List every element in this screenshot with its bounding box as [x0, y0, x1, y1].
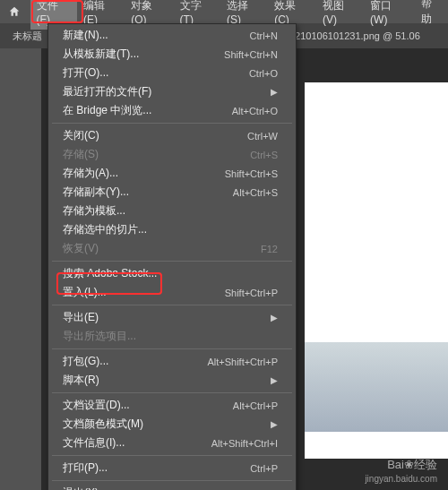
menu-item[interactable]: 存储为模板... — [48, 202, 296, 220]
menu-item[interactable]: 文件信息(I)...Alt+Shift+Ctrl+I — [48, 434, 296, 452]
menu-item[interactable]: 置入(L)...Shift+Ctrl+P — [48, 283, 296, 302]
menu-item-label: 存储为(A)... — [63, 166, 118, 181]
menu-item[interactable]: 导出(E)▶ — [48, 308, 296, 327]
menu-item-label: 存储为模板... — [63, 203, 125, 219]
menu-item-label: 最近打开的文件(F) — [63, 84, 151, 99]
menu-item-label: 搜索 Adobe Stock... — [63, 266, 157, 281]
placed-image — [305, 342, 448, 432]
menu-separator — [52, 480, 292, 481]
document-artboard — [305, 82, 448, 459]
chevron-right-icon: ▶ — [271, 313, 278, 322]
home-icon[interactable] — [5, 3, 23, 21]
menu-item-label: 从模板新建(T)... — [63, 47, 139, 62]
menu-item-shortcut: Shift+Ctrl+P — [225, 288, 278, 298]
menu-item-label: 关闭(C) — [63, 128, 99, 143]
menu-item[interactable]: 打包(G)...Alt+Shift+Ctrl+P — [48, 352, 296, 371]
tab-filename[interactable]: 0210106101231.png @ 51.06 — [282, 27, 427, 45]
menu-item[interactable]: 存储为(A)...Shift+Ctrl+S — [48, 164, 296, 183]
watermark: Bai❀经验 jingyan.baidu.com — [365, 458, 437, 485]
file-menu-dropdown: 新建(N)...Ctrl+N从模板新建(T)...Shift+Ctrl+N打开(… — [47, 23, 297, 490]
menu-view[interactable]: 视图(V) — [316, 0, 364, 30]
chevron-right-icon: ▶ — [271, 419, 278, 429]
menu-item: 存储(S)Ctrl+S — [48, 145, 296, 164]
menu-item[interactable]: 最近打开的文件(F)▶ — [48, 82, 296, 101]
menu-item-label: 脚本(R) — [63, 373, 99, 388]
menu-item[interactable]: 打开(O)...Ctrl+O — [48, 64, 296, 82]
menu-item[interactable]: 存储副本(Y)...Alt+Ctrl+S — [48, 183, 296, 202]
menu-item-label: 打印(P)... — [63, 460, 108, 476]
menu-item-shortcut: Shift+Ctrl+S — [225, 168, 278, 179]
toolbar — [0, 48, 41, 490]
menu-item[interactable]: 新建(N)...Ctrl+N — [48, 26, 296, 45]
watermark-url: jingyan.baidu.com — [365, 473, 437, 485]
menu-item-label: 存储选中的切片... — [63, 222, 147, 237]
menu-separator — [52, 348, 292, 349]
menu-item-shortcut: F12 — [261, 244, 278, 254]
menu-item-label: 置入(L)... — [63, 285, 107, 300]
menu-item-label: 在 Bridge 中浏览... — [63, 103, 151, 118]
menu-separator — [52, 261, 292, 262]
menu-item-label: 打开(O)... — [63, 65, 108, 81]
menubar: 文件(F) 编辑(E) 对象(O) 文字(T) 选择(S) 效果(C) 视图(V… — [0, 0, 448, 23]
menu-item-shortcut: Ctrl+O — [249, 68, 278, 79]
menu-separator — [52, 392, 292, 393]
menu-item-shortcut: Alt+Ctrl+P — [233, 400, 278, 411]
menu-item-shortcut: Shift+Ctrl+N — [224, 49, 278, 60]
menu-item-shortcut: Alt+Shift+Ctrl+I — [211, 438, 278, 449]
menu-item[interactable]: 存储选中的切片... — [48, 220, 296, 239]
menu-item: 恢复(V)F12 — [48, 239, 296, 258]
menu-item-label: 导出所选项目... — [63, 329, 136, 344]
menu-item[interactable]: 打印(P)...Ctrl+P — [48, 459, 296, 477]
menu-item-label: 存储(S) — [63, 147, 99, 162]
menu-separator — [52, 305, 292, 305]
menu-item[interactable]: 关闭(C)Ctrl+W — [48, 126, 296, 145]
menu-item-label: 文件信息(I)... — [63, 435, 125, 451]
menu-item-shortcut: Ctrl+P — [250, 463, 278, 474]
menu-item-label: 打包(G)... — [63, 354, 108, 369]
menu-item[interactable]: 退出(X)Ctrl+Q — [48, 484, 296, 490]
menu-item: 导出所选项目... — [48, 327, 296, 346]
chevron-right-icon: ▶ — [271, 375, 278, 385]
menu-item[interactable]: 文档颜色模式(M)▶ — [48, 415, 296, 434]
menu-item-shortcut: Alt+Ctrl+O — [232, 106, 278, 116]
menu-item-shortcut: Alt+Ctrl+S — [233, 187, 278, 198]
menu-item-shortcut: Alt+Shift+Ctrl+P — [207, 357, 278, 367]
menu-item-label: 新建(N)... — [63, 28, 108, 43]
menu-item-shortcut: Ctrl+N — [250, 30, 278, 41]
menu-item-shortcut: Ctrl+S — [250, 150, 278, 160]
menu-item-shortcut: Ctrl+W — [247, 131, 278, 142]
menu-window[interactable]: 窗口(W) — [364, 0, 414, 30]
menu-item[interactable]: 从模板新建(T)...Shift+Ctrl+N — [48, 45, 296, 64]
menu-item-label: 文档设置(D)... — [63, 398, 130, 413]
menu-item-label: 文档颜色模式(M) — [63, 417, 143, 432]
menu-item[interactable]: 文档设置(D)...Alt+Ctrl+P — [48, 396, 296, 415]
menu-help[interactable]: 帮助 — [415, 0, 448, 30]
chevron-right-icon: ▶ — [271, 87, 278, 97]
menu-item[interactable]: 搜索 Adobe Stock... — [48, 264, 296, 283]
menu-item-label: 退出(X) — [63, 486, 99, 490]
menu-item[interactable]: 在 Bridge 中浏览...Alt+Ctrl+O — [48, 101, 296, 120]
menu-separator — [52, 455, 292, 456]
menu-item-label: 恢复(V) — [63, 241, 99, 256]
menu-item-label: 导出(E) — [63, 310, 99, 325]
menu-item[interactable]: 脚本(R)▶ — [48, 371, 296, 390]
menu-item-label: 存储副本(Y)... — [63, 185, 129, 200]
watermark-brand: Bai❀经验 — [365, 458, 437, 473]
tab-untitled[interactable]: 未标题 — [5, 26, 49, 47]
menu-separator — [52, 123, 292, 124]
